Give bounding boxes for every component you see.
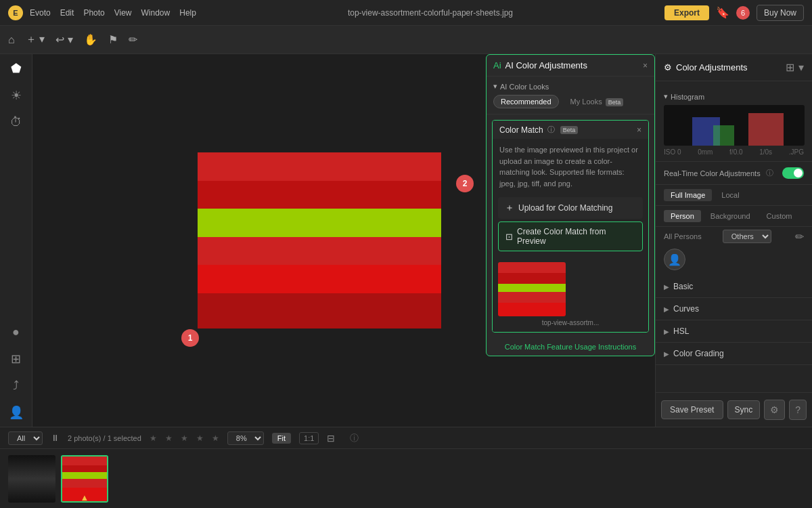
color-match-body: Use the image previewed in this project … xyxy=(493,139,648,194)
upload-label: Upload for Color Matching xyxy=(518,203,612,213)
sync-button[interactable]: Sync xyxy=(727,400,761,419)
color-match-close-icon[interactable]: × xyxy=(637,125,641,135)
buy-now-button[interactable]: Buy Now xyxy=(757,5,804,21)
menu-edit[interactable]: Edit xyxy=(60,8,74,18)
tab-background[interactable]: Background xyxy=(704,210,757,222)
step-1-marker: 1 xyxy=(181,329,199,347)
ratio-button[interactable]: 1:1 xyxy=(299,432,319,444)
tab-local[interactable]: Local xyxy=(715,189,746,201)
usage-instructions-link[interactable]: Color Match Feature Usage Instructions xyxy=(505,343,636,351)
preview-thumbnail[interactable] xyxy=(498,262,566,316)
flag-icon[interactable]: ⚑ xyxy=(108,33,118,46)
filter-select[interactable]: All xyxy=(8,431,43,445)
hsl-label: HSL xyxy=(673,326,689,336)
bookmark-icon[interactable]: 🔖 xyxy=(716,6,729,19)
export-button[interactable]: Export xyxy=(664,5,709,20)
pause-icon[interactable]: ⏸ xyxy=(51,433,60,443)
color-looks-section: ▾ AI Color Looks Recommended My Looks Be… xyxy=(487,77,654,114)
left-sidebar: ⬟ ☀ ⏱ ● ⊞ ⤴ 👤 xyxy=(0,54,32,427)
menu-view[interactable]: View xyxy=(114,8,132,18)
shutter-value: 1/0s xyxy=(759,148,772,156)
curves-header[interactable]: ▶ Curves xyxy=(656,298,812,320)
star-2-icon[interactable]: ★ xyxy=(165,433,173,443)
color-looks-label: AI Color Looks xyxy=(500,83,549,91)
fit-button[interactable]: Fit xyxy=(272,433,291,444)
help-button[interactable]: ? xyxy=(789,400,807,420)
tab-custom[interactable]: Custom xyxy=(760,210,799,222)
sun-icon[interactable]: ☀ xyxy=(11,88,22,103)
star-3-icon[interactable]: ★ xyxy=(181,433,188,443)
tab-recommended[interactable]: Recommended xyxy=(493,95,559,108)
curves-section: ▶ Curves xyxy=(656,298,812,320)
toggle-knob xyxy=(794,169,803,177)
chevron-right-basic-icon: ▶ xyxy=(664,283,669,291)
histogram-canvas xyxy=(664,105,805,146)
export-icon[interactable]: ⤴ xyxy=(13,379,19,393)
hsl-header[interactable]: ▶ HSL xyxy=(656,320,812,342)
menu-photo[interactable]: Photo xyxy=(83,8,104,18)
color-match-actions: ＋ Upload for Color Matching ⊡ Create Col… xyxy=(493,194,648,257)
panel-expand-icon[interactable]: ⊞ xyxy=(786,61,794,74)
color-match-info-icon: ⓘ xyxy=(547,125,555,135)
ai-panel-title: Ai AI Color Adjustments xyxy=(493,60,587,70)
undo-icon[interactable]: ↩ ▾ xyxy=(55,33,72,46)
main-canvas-image xyxy=(198,152,441,329)
settings-icon-button[interactable]: ⚙ xyxy=(764,400,785,420)
edit-persons-icon[interactable]: ✏ xyxy=(795,230,804,243)
hsl-section: ▶ HSL xyxy=(656,320,812,343)
preview-filename: top-view-assortm... xyxy=(498,319,643,326)
info-bottom-icon: ⓘ xyxy=(350,432,359,444)
history-icon[interactable]: ⏱ xyxy=(10,115,22,129)
tab-person[interactable]: Person xyxy=(664,210,701,222)
notification-badge: 6 xyxy=(736,6,750,20)
all-persons-select[interactable]: Others xyxy=(723,230,771,243)
create-label: Create Color Match from Preview xyxy=(517,227,635,246)
menu-evoto[interactable]: Evoto xyxy=(30,8,51,18)
filmstrip-thumb-1[interactable] xyxy=(8,455,55,503)
realtime-toggle[interactable] xyxy=(782,167,804,179)
panel-chevron-icon[interactable]: ▾ xyxy=(798,61,804,74)
home-icon[interactable]: ⌂ xyxy=(8,34,15,46)
star-1-icon[interactable]: ★ xyxy=(150,433,157,443)
brush-icon[interactable]: ✏ xyxy=(129,33,137,46)
color-grading-section: ▶ Color Grading xyxy=(656,343,812,365)
color-match-section: Color Match ⓘ Beta × Use the image previ… xyxy=(492,120,649,333)
chevron-right-grading-icon: ▶ xyxy=(664,350,669,358)
add-icon[interactable]: ＋ ▾ xyxy=(26,33,45,47)
color-match-beta-badge: Beta xyxy=(560,126,579,134)
save-preset-button[interactable]: Save Preset xyxy=(661,400,723,419)
ai-color-panel: Ai AI Color Adjustments × ▾ AI Color Loo… xyxy=(486,54,655,356)
canvas-area: 1 2 Ai AI Color Adjustments × ▾ AI Color… xyxy=(32,54,655,427)
menu-bar: Evoto Edit Photo View Window Help xyxy=(30,8,196,18)
tab-mylooks[interactable]: My Looks Beta xyxy=(563,95,631,108)
star-4-icon[interactable]: ★ xyxy=(196,433,204,443)
histogram-section: ▾ Histogram ISO 0 0mm f/0.0 1/0s .JPG xyxy=(656,87,812,162)
star-5-icon[interactable]: ★ xyxy=(212,433,219,443)
collapse-icon-looks[interactable]: ▾ xyxy=(493,82,497,91)
tab-full-image[interactable]: Full Image xyxy=(664,189,712,201)
step-2-marker: 2 xyxy=(456,175,474,192)
grid-view-icon[interactable]: ⊟ xyxy=(327,433,335,444)
top-bar-actions: Export 🔖 6 Buy Now xyxy=(664,5,804,21)
bottom-panel: All ⏸ 2 photo(s) / 1 selected ★ ★ ★ ★ ★ … xyxy=(0,427,812,508)
zoom-select[interactable]: 8% xyxy=(227,431,264,445)
create-color-match-button[interactable]: ⊡ Create Color Match from Preview xyxy=(498,221,643,251)
menu-help[interactable]: Help xyxy=(179,8,196,18)
upload-color-matching-button[interactable]: ＋ Upload for Color Matching xyxy=(498,197,643,219)
grid-icon[interactable]: ⊞ xyxy=(11,352,21,366)
collapse-icon-histogram[interactable]: ▾ xyxy=(664,92,668,101)
color-grading-header[interactable]: ▶ Color Grading xyxy=(656,343,812,364)
filmstrip: ▲ xyxy=(0,449,812,508)
color-match-label: Color Match xyxy=(499,125,543,135)
basic-header[interactable]: ▶ Basic xyxy=(656,276,812,297)
adjustments-icon[interactable]: ⬟ xyxy=(11,61,22,76)
color-match-header: Color Match ⓘ Beta × xyxy=(493,121,648,139)
color-match-title: Color Match ⓘ Beta xyxy=(499,125,578,135)
ai-panel-close-icon[interactable]: × xyxy=(643,61,648,70)
arrow-up-icon: ▲ xyxy=(81,492,89,503)
person-icon[interactable]: 👤 xyxy=(9,405,24,420)
hand-icon[interactable]: ✋ xyxy=(84,33,97,46)
filmstrip-thumb-2[interactable]: ▲ xyxy=(61,455,108,503)
menu-window[interactable]: Window xyxy=(141,8,171,18)
right-panel-icon[interactable]: ● xyxy=(12,325,20,339)
